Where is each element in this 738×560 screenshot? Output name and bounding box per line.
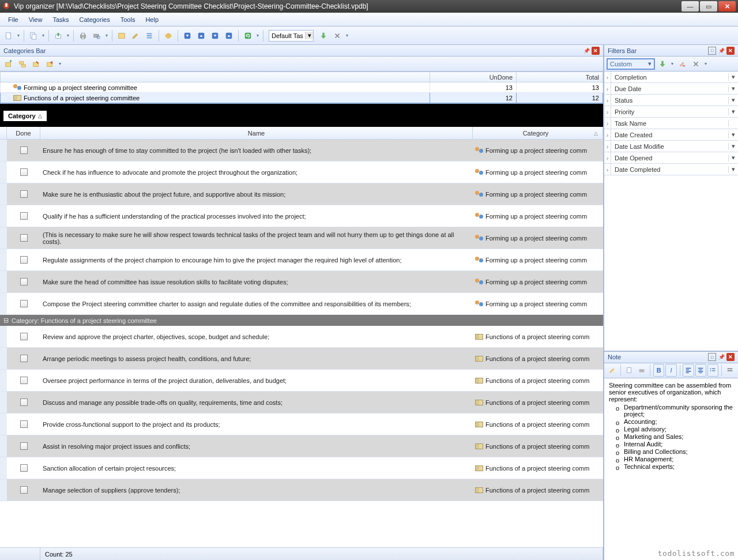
down-blue-icon[interactable] <box>181 29 194 42</box>
category-dropdown[interactable]: ▾ <box>58 61 62 66</box>
filter-preset-selector[interactable]: Custom ▾ <box>607 58 655 70</box>
task-row[interactable]: (This is necessary to make sure he will … <box>0 227 603 249</box>
note-settings-icon[interactable] <box>725 364 736 377</box>
done-checkbox[interactable] <box>20 212 28 220</box>
task-row[interactable]: Make sure he is enthusiastic about the p… <box>0 183 603 205</box>
group-by-chip[interactable]: Category △ <box>3 111 47 121</box>
done-checkbox[interactable] <box>20 355 28 362</box>
italic-icon[interactable]: I <box>665 364 676 377</box>
delete-filter-icon[interactable] <box>690 58 702 70</box>
panel-close-icon[interactable]: ✕ <box>726 47 735 55</box>
close-button[interactable]: ✕ <box>718 1 736 12</box>
panel-close-icon[interactable]: ✕ <box>726 353 735 361</box>
task-row[interactable]: Arrange periodic meetings to assess proj… <box>0 348 603 370</box>
menu-view[interactable]: View <box>24 14 47 25</box>
new-subcategory-icon[interactable] <box>16 58 29 70</box>
task-template-input[interactable] <box>269 31 305 41</box>
done-checkbox[interactable] <box>20 399 28 406</box>
filter-row[interactable]: ›Date Opened▾ <box>604 152 738 164</box>
done-checkbox[interactable] <box>20 464 28 472</box>
category-row[interactable]: Forming up a project steering committee1… <box>1 82 603 93</box>
pin-icon[interactable]: 📌 <box>717 353 725 361</box>
note-print-icon[interactable] <box>636 364 647 377</box>
filter-row[interactable]: ›Priority▾ <box>604 106 738 118</box>
save-filter-dropdown[interactable]: ▾ <box>670 61 675 66</box>
task-template-dropdown[interactable]: ▾ <box>305 32 313 39</box>
delete-filter-dropdown[interactable]: ▾ <box>703 61 708 66</box>
filter-row[interactable]: ›Due Date▾ <box>604 83 738 95</box>
task-row[interactable]: Provide cross-functional support to the … <box>0 414 603 435</box>
delete-icon[interactable] <box>331 29 344 42</box>
done-checkbox[interactable] <box>20 168 28 176</box>
note-content[interactable]: Steering committee can be assembled from… <box>604 378 738 561</box>
menu-tasks[interactable]: Tasks <box>48 14 73 25</box>
export-icon[interactable] <box>52 29 65 42</box>
copy-dropdown[interactable]: ▾ <box>41 33 46 38</box>
col-category[interactable]: Category △ <box>473 127 603 139</box>
categories-col-undone[interactable]: UnDone <box>430 72 517 82</box>
done-checkbox[interactable] <box>20 278 28 285</box>
filter-row[interactable]: ›Date Completed▾ <box>604 164 738 175</box>
done-checkbox[interactable] <box>20 300 28 307</box>
task-row[interactable]: Sanction allocation of certain project r… <box>0 457 603 479</box>
delete-category-icon[interactable] <box>44 58 57 70</box>
done-checkbox[interactable] <box>20 333 28 340</box>
category-group-row[interactable]: ⊟Category: Functions of a project steeri… <box>0 315 603 326</box>
menu-file[interactable]: File <box>3 14 23 25</box>
task-template-selector[interactable]: ▾ <box>269 30 314 42</box>
col-done[interactable]: Done <box>7 127 40 139</box>
note-edit-icon[interactable] <box>607 364 617 377</box>
new-category-icon[interactable] <box>2 58 15 70</box>
done-checkbox[interactable] <box>20 190 28 198</box>
bold-icon[interactable]: B <box>653 364 664 377</box>
task-row[interactable]: Assist in resolving major project issues… <box>0 435 603 457</box>
apply-icon[interactable] <box>317 29 330 42</box>
bullet-list-icon[interactable] <box>707 364 718 377</box>
task-row[interactable]: Ensure he has enough of time to stay com… <box>0 140 603 161</box>
print-preview-icon[interactable] <box>91 29 103 42</box>
filter-row[interactable]: ›Date Last Modifie▾ <box>604 141 738 152</box>
col-name[interactable]: Name <box>40 127 473 139</box>
align-center-icon[interactable] <box>695 364 706 377</box>
maximize-button[interactable]: ▭ <box>700 1 717 12</box>
delete-dropdown[interactable]: ▾ <box>345 33 349 38</box>
tag-icon[interactable] <box>162 29 175 42</box>
task-row[interactable]: Qualify if he has a sufficient understan… <box>0 205 603 227</box>
done-checkbox[interactable] <box>20 377 28 384</box>
done-checkbox[interactable] <box>20 256 28 264</box>
save-filter-icon[interactable] <box>656 58 669 70</box>
task-row[interactable]: Manage selection of suppliers (approve t… <box>0 479 603 501</box>
up-blue2-icon[interactable] <box>223 29 235 42</box>
new-icon[interactable] <box>2 29 15 42</box>
copy-icon[interactable] <box>27 29 40 42</box>
panel-close-icon[interactable]: ✕ <box>592 47 600 55</box>
up-blue-icon[interactable] <box>195 29 208 42</box>
task-icon[interactable] <box>115 29 128 42</box>
task-row[interactable]: Discuss and manage any possible trade-of… <box>0 392 603 414</box>
menu-help[interactable]: Help <box>141 14 163 25</box>
category-row[interactable]: Functions of a project steering committe… <box>1 93 603 103</box>
task-row[interactable]: Make sure the head of committee has issu… <box>0 271 603 293</box>
task-row[interactable]: Check if he has influence to advocate an… <box>0 161 603 183</box>
done-checkbox[interactable] <box>20 234 28 242</box>
note-copy-icon[interactable] <box>624 364 635 377</box>
edit-category-icon[interactable] <box>30 58 43 70</box>
menu-tools[interactable]: Tools <box>116 14 140 25</box>
minimize-button[interactable]: — <box>681 1 699 12</box>
filter-row[interactable]: ›Task Name <box>604 118 738 129</box>
list-icon[interactable] <box>143 29 156 42</box>
edit-icon[interactable] <box>129 29 142 42</box>
task-row[interactable]: Regulate assignments of the project cham… <box>0 249 603 271</box>
panel-max-icon[interactable]: □ <box>708 353 716 361</box>
down-blue2-icon[interactable] <box>209 29 221 42</box>
print-dropdown[interactable]: ▾ <box>104 33 109 38</box>
task-row[interactable]: Oversee project performance in terms of … <box>0 370 603 392</box>
task-grid-body[interactable]: Ensure he has enough of time to stay com… <box>0 140 603 547</box>
panel-max-icon[interactable]: □ <box>708 47 716 55</box>
pin-icon[interactable]: 📌 <box>582 47 590 55</box>
done-checkbox[interactable] <box>20 420 28 428</box>
filter-row[interactable]: ›Date Created▾ <box>604 129 738 141</box>
done-checkbox[interactable] <box>20 486 28 494</box>
pin-icon[interactable]: 📌 <box>717 47 725 55</box>
task-row[interactable]: Review and approve the project charter, … <box>0 326 603 348</box>
